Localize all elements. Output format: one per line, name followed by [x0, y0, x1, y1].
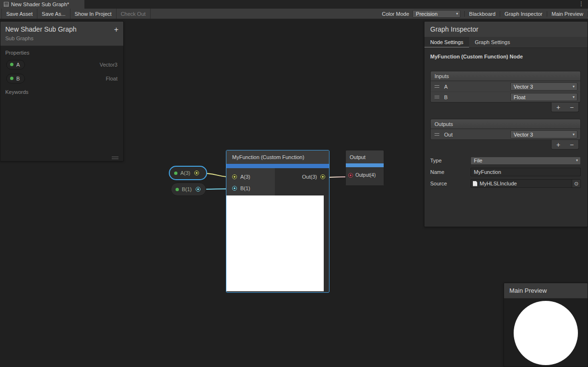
- port-vector4-icon[interactable]: [348, 173, 353, 178]
- port-vector3-icon[interactable]: [232, 174, 237, 179]
- property-node-a[interactable]: A(3): [169, 166, 207, 180]
- shader-graph-icon: [4, 2, 9, 7]
- chevron-down-icon: ▾: [456, 12, 458, 16]
- properties-section-label: Properties: [0, 46, 123, 57]
- table-row[interactable]: Out Vector 3 ▾: [431, 129, 580, 139]
- output-type-dropdown[interactable]: Vector 3 ▾: [510, 130, 577, 138]
- port-label: Out(3): [302, 174, 317, 180]
- input-name: A: [444, 84, 447, 90]
- inputs-header: Inputs: [431, 71, 580, 81]
- object-picker-icon[interactable]: ⊙: [572, 180, 580, 187]
- property-pill-b[interactable]: B: [6, 74, 25, 83]
- color-mode-label: Color Mode: [378, 11, 412, 17]
- node-title[interactable]: MyFunction (Custom Function): [226, 150, 329, 164]
- property-node-label: A(3): [180, 170, 190, 176]
- input-name: B: [444, 94, 447, 100]
- type-label: Type: [430, 158, 470, 163]
- blackboard-panel: New Shader Sub Graph Sub Graphs + Proper…: [0, 21, 124, 161]
- port-float-icon[interactable]: [196, 187, 200, 192]
- input-type-dropdown[interactable]: Vector 3 ▾: [510, 82, 577, 91]
- drag-handle-icon[interactable]: [435, 85, 439, 88]
- outputs-list: Outputs Out Vector 3 ▾: [430, 119, 581, 140]
- custom-function-node[interactable]: MyFunction (Custom Function) A(3) B(1) O…: [226, 150, 329, 293]
- preview-sphere: [514, 301, 578, 365]
- main-preview-title[interactable]: Main Preview: [504, 283, 588, 298]
- save-as-button[interactable]: Save As...: [37, 9, 71, 19]
- remove-output-button[interactable]: −: [565, 140, 578, 149]
- list-item[interactable]: A Vector3: [0, 57, 123, 71]
- input-port-area: [226, 168, 275, 195]
- name-field[interactable]: MyFunction: [470, 168, 581, 176]
- main-preview-panel: Main Preview: [504, 283, 588, 367]
- drag-handle-icon[interactable]: [435, 133, 439, 136]
- inputs-list: Inputs A Vector 3 ▾ B Float ▾: [430, 71, 581, 103]
- chevron-down-icon: ▾: [576, 159, 578, 162]
- add-output-button[interactable]: +: [552, 140, 565, 149]
- save-asset-button[interactable]: Save Asset: [1, 9, 37, 19]
- port-float-icon[interactable]: [232, 186, 237, 191]
- property-color-dot: [10, 77, 13, 80]
- graph-inspector-panel: Graph Inspector Node Settings Graph Sett…: [424, 21, 588, 227]
- blackboard-toggle-button[interactable]: Blackboard: [464, 11, 500, 17]
- check-out-button: Check Out: [117, 9, 151, 19]
- input-port-b[interactable]: B(1): [232, 185, 250, 191]
- table-row[interactable]: B Float ▾: [431, 92, 580, 102]
- main-preview-toggle-button[interactable]: Main Preview: [547, 11, 588, 17]
- chevron-down-icon: ▾: [573, 85, 575, 89]
- window-menu-icon[interactable]: ⋮: [578, 0, 584, 7]
- input-port-output[interactable]: Output(4): [348, 172, 376, 178]
- add-input-button[interactable]: +: [552, 103, 565, 112]
- property-name: B: [16, 76, 20, 81]
- property-type-label: Float: [106, 76, 118, 81]
- chevron-down-icon: ▾: [573, 95, 575, 99]
- output-name: Out: [444, 132, 453, 138]
- output-node[interactable]: Output Output(4): [345, 150, 384, 186]
- input-type-dropdown[interactable]: Float ▾: [510, 93, 577, 101]
- table-row[interactable]: A Vector 3 ▾: [431, 81, 580, 92]
- property-color-dot: [174, 172, 177, 175]
- main-preview-viewport[interactable]: [504, 298, 588, 367]
- tab-graph-settings[interactable]: Graph Settings: [469, 37, 516, 47]
- property-pill-a[interactable]: A: [6, 60, 25, 69]
- blackboard-header[interactable]: New Shader Sub Graph Sub Graphs +: [0, 22, 123, 46]
- output-port-out[interactable]: Out(3): [302, 174, 325, 180]
- node-port-area: A(3) B(1) Out(3): [226, 168, 329, 195]
- input-port-a[interactable]: A(3): [232, 174, 250, 180]
- blackboard-subtitle: Sub Graphs: [5, 35, 118, 41]
- list-item[interactable]: B Float: [0, 71, 123, 85]
- type-dropdown[interactable]: File ▾: [470, 157, 581, 165]
- node-port-area: Output(4): [346, 167, 384, 185]
- document-tab[interactable]: New Shader Sub Graph*: [0, 0, 84, 9]
- property-color-dot: [10, 63, 13, 66]
- property-color-dot: [176, 188, 179, 191]
- inspector-tab-bar: Node Settings Graph Settings: [424, 37, 588, 48]
- inputs-footer: + −: [424, 103, 579, 112]
- keywords-section-label: Keywords: [0, 85, 123, 97]
- property-type-label: Vector3: [100, 62, 118, 68]
- source-label: Source: [430, 181, 470, 186]
- add-property-button[interactable]: +: [114, 25, 118, 34]
- script-file-icon: [473, 181, 477, 186]
- port-label: Output(4): [355, 172, 376, 178]
- tab-node-settings[interactable]: Node Settings: [424, 37, 469, 47]
- port-label: A(3): [240, 174, 250, 180]
- show-in-project-button[interactable]: Show In Project: [71, 9, 117, 19]
- source-object-field[interactable]: MyHLSLInclude ⊙: [470, 179, 581, 188]
- drag-handle-icon[interactable]: [435, 96, 439, 98]
- outputs-header: Outputs: [431, 119, 580, 129]
- property-node-b[interactable]: B(1): [171, 183, 206, 196]
- resize-grip[interactable]: [112, 157, 118, 159]
- port-label: B(1): [240, 185, 250, 191]
- remove-input-button[interactable]: −: [565, 103, 578, 112]
- chevron-down-icon: ▾: [573, 133, 575, 137]
- port-vector3-icon[interactable]: [320, 174, 325, 179]
- outputs-footer: + −: [424, 140, 579, 149]
- color-mode-dropdown[interactable]: Precision ▾: [412, 10, 460, 18]
- node-title[interactable]: Output: [346, 150, 384, 163]
- graph-inspector-toggle-button[interactable]: Graph Inspector: [500, 11, 547, 17]
- port-vector3-icon[interactable]: [194, 171, 199, 175]
- node-preview-area: [226, 195, 324, 291]
- node-accent-bar: [346, 163, 384, 167]
- panel-title[interactable]: Graph Inspector: [424, 22, 588, 37]
- tab-title: New Shader Sub Graph*: [11, 1, 69, 7]
